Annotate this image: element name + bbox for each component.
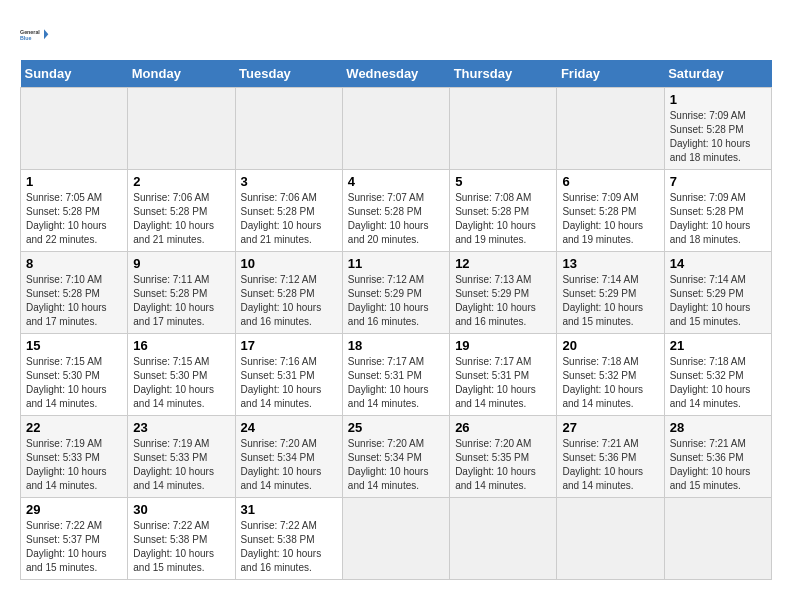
day-cell-14: 14 Sunrise: 7:14 AMSunset: 5:29 PMDaylig…: [664, 252, 771, 334]
day-header-sunday: Sunday: [21, 60, 128, 88]
day-cell-29: 29 Sunrise: 7:22 AMSunset: 5:37 PMDaylig…: [21, 498, 128, 580]
day-info: Sunrise: 7:06 AMSunset: 5:28 PMDaylight:…: [133, 191, 229, 247]
day-header-wednesday: Wednesday: [342, 60, 449, 88]
day-header-friday: Friday: [557, 60, 664, 88]
day-info: Sunrise: 7:09 AMSunset: 5:28 PMDaylight:…: [670, 109, 766, 165]
logo-icon: GeneralBlue: [20, 20, 50, 50]
day-number: 4: [348, 174, 444, 189]
day-header-saturday: Saturday: [664, 60, 771, 88]
day-cell-1: 1 Sunrise: 7:05 AMSunset: 5:28 PMDayligh…: [21, 170, 128, 252]
day-number: 20: [562, 338, 658, 353]
empty-cell: [342, 88, 449, 170]
day-info: Sunrise: 7:12 AMSunset: 5:28 PMDaylight:…: [241, 273, 337, 329]
day-number: 30: [133, 502, 229, 517]
day-number: 27: [562, 420, 658, 435]
day-number: 31: [241, 502, 337, 517]
day-info: Sunrise: 7:08 AMSunset: 5:28 PMDaylight:…: [455, 191, 551, 247]
day-info: Sunrise: 7:06 AMSunset: 5:28 PMDaylight:…: [241, 191, 337, 247]
day-info: Sunrise: 7:15 AMSunset: 5:30 PMDaylight:…: [133, 355, 229, 411]
day-number: 15: [26, 338, 122, 353]
week-row-6: 29 Sunrise: 7:22 AMSunset: 5:37 PMDaylig…: [21, 498, 772, 580]
calendar-table: SundayMondayTuesdayWednesdayThursdayFrid…: [20, 60, 772, 580]
empty-cell: [450, 498, 557, 580]
day-cell-5: 5 Sunrise: 7:08 AMSunset: 5:28 PMDayligh…: [450, 170, 557, 252]
day-cell-18: 18 Sunrise: 7:17 AMSunset: 5:31 PMDaylig…: [342, 334, 449, 416]
day-info: Sunrise: 7:22 AMSunset: 5:37 PMDaylight:…: [26, 519, 122, 575]
day-cell-15: 15 Sunrise: 7:15 AMSunset: 5:30 PMDaylig…: [21, 334, 128, 416]
day-info: Sunrise: 7:05 AMSunset: 5:28 PMDaylight:…: [26, 191, 122, 247]
day-number: 29: [26, 502, 122, 517]
day-cell-11: 11 Sunrise: 7:12 AMSunset: 5:29 PMDaylig…: [342, 252, 449, 334]
day-info: Sunrise: 7:10 AMSunset: 5:28 PMDaylight:…: [26, 273, 122, 329]
day-number: 6: [562, 174, 658, 189]
day-cell-24: 24 Sunrise: 7:20 AMSunset: 5:34 PMDaylig…: [235, 416, 342, 498]
day-cell-6: 6 Sunrise: 7:09 AMSunset: 5:28 PMDayligh…: [557, 170, 664, 252]
empty-cell: [235, 88, 342, 170]
day-info: Sunrise: 7:22 AMSunset: 5:38 PMDaylight:…: [241, 519, 337, 575]
day-cell-7: 7 Sunrise: 7:09 AMSunset: 5:28 PMDayligh…: [664, 170, 771, 252]
day-cell-19: 19 Sunrise: 7:17 AMSunset: 5:31 PMDaylig…: [450, 334, 557, 416]
day-cell-30: 30 Sunrise: 7:22 AMSunset: 5:38 PMDaylig…: [128, 498, 235, 580]
day-number: 10: [241, 256, 337, 271]
day-cell-31: 31 Sunrise: 7:22 AMSunset: 5:38 PMDaylig…: [235, 498, 342, 580]
day-cell-12: 12 Sunrise: 7:13 AMSunset: 5:29 PMDaylig…: [450, 252, 557, 334]
day-info: Sunrise: 7:19 AMSunset: 5:33 PMDaylight:…: [26, 437, 122, 493]
day-cell-17: 17 Sunrise: 7:16 AMSunset: 5:31 PMDaylig…: [235, 334, 342, 416]
day-info: Sunrise: 7:20 AMSunset: 5:34 PMDaylight:…: [348, 437, 444, 493]
day-cell-4: 4 Sunrise: 7:07 AMSunset: 5:28 PMDayligh…: [342, 170, 449, 252]
header-row: SundayMondayTuesdayWednesdayThursdayFrid…: [21, 60, 772, 88]
day-number: 26: [455, 420, 551, 435]
day-cell-20: 20 Sunrise: 7:18 AMSunset: 5:32 PMDaylig…: [557, 334, 664, 416]
day-cell-16: 16 Sunrise: 7:15 AMSunset: 5:30 PMDaylig…: [128, 334, 235, 416]
day-cell-28: 28 Sunrise: 7:21 AMSunset: 5:36 PMDaylig…: [664, 416, 771, 498]
day-info: Sunrise: 7:09 AMSunset: 5:28 PMDaylight:…: [562, 191, 658, 247]
empty-cell: [557, 498, 664, 580]
day-info: Sunrise: 7:09 AMSunset: 5:28 PMDaylight:…: [670, 191, 766, 247]
day-header-monday: Monday: [128, 60, 235, 88]
empty-cell: [450, 88, 557, 170]
day-cell-8: 8 Sunrise: 7:10 AMSunset: 5:28 PMDayligh…: [21, 252, 128, 334]
week-row-2: 1 Sunrise: 7:05 AMSunset: 5:28 PMDayligh…: [21, 170, 772, 252]
day-info: Sunrise: 7:17 AMSunset: 5:31 PMDaylight:…: [348, 355, 444, 411]
empty-cell: [664, 498, 771, 580]
empty-cell: [342, 498, 449, 580]
day-cell-23: 23 Sunrise: 7:19 AMSunset: 5:33 PMDaylig…: [128, 416, 235, 498]
week-row-3: 8 Sunrise: 7:10 AMSunset: 5:28 PMDayligh…: [21, 252, 772, 334]
day-number: 28: [670, 420, 766, 435]
day-number: 19: [455, 338, 551, 353]
day-info: Sunrise: 7:07 AMSunset: 5:28 PMDaylight:…: [348, 191, 444, 247]
empty-cell: [21, 88, 128, 170]
day-info: Sunrise: 7:21 AMSunset: 5:36 PMDaylight:…: [670, 437, 766, 493]
day-info: Sunrise: 7:17 AMSunset: 5:31 PMDaylight:…: [455, 355, 551, 411]
day-number: 17: [241, 338, 337, 353]
day-number: 13: [562, 256, 658, 271]
day-info: Sunrise: 7:20 AMSunset: 5:34 PMDaylight:…: [241, 437, 337, 493]
day-number: 12: [455, 256, 551, 271]
day-number: 9: [133, 256, 229, 271]
day-number: 2: [133, 174, 229, 189]
day-number: 22: [26, 420, 122, 435]
empty-cell: [128, 88, 235, 170]
day-cell-2: 2 Sunrise: 7:06 AMSunset: 5:28 PMDayligh…: [128, 170, 235, 252]
logo: GeneralBlue: [20, 20, 50, 50]
day-cell-3: 3 Sunrise: 7:06 AMSunset: 5:28 PMDayligh…: [235, 170, 342, 252]
day-cell-21: 21 Sunrise: 7:18 AMSunset: 5:32 PMDaylig…: [664, 334, 771, 416]
day-info: Sunrise: 7:14 AMSunset: 5:29 PMDaylight:…: [562, 273, 658, 329]
day-number: 23: [133, 420, 229, 435]
week-row-4: 15 Sunrise: 7:15 AMSunset: 5:30 PMDaylig…: [21, 334, 772, 416]
day-cell-13: 13 Sunrise: 7:14 AMSunset: 5:29 PMDaylig…: [557, 252, 664, 334]
day-number: 25: [348, 420, 444, 435]
day-number: 5: [455, 174, 551, 189]
svg-text:General: General: [20, 29, 40, 35]
day-info: Sunrise: 7:13 AMSunset: 5:29 PMDaylight:…: [455, 273, 551, 329]
day-cell-1: 1 Sunrise: 7:09 AMSunset: 5:28 PMDayligh…: [664, 88, 771, 170]
day-header-tuesday: Tuesday: [235, 60, 342, 88]
day-number: 24: [241, 420, 337, 435]
day-cell-27: 27 Sunrise: 7:21 AMSunset: 5:36 PMDaylig…: [557, 416, 664, 498]
empty-cell: [557, 88, 664, 170]
day-info: Sunrise: 7:14 AMSunset: 5:29 PMDaylight:…: [670, 273, 766, 329]
day-number: 11: [348, 256, 444, 271]
day-info: Sunrise: 7:16 AMSunset: 5:31 PMDaylight:…: [241, 355, 337, 411]
week-row-5: 22 Sunrise: 7:19 AMSunset: 5:33 PMDaylig…: [21, 416, 772, 498]
day-header-thursday: Thursday: [450, 60, 557, 88]
